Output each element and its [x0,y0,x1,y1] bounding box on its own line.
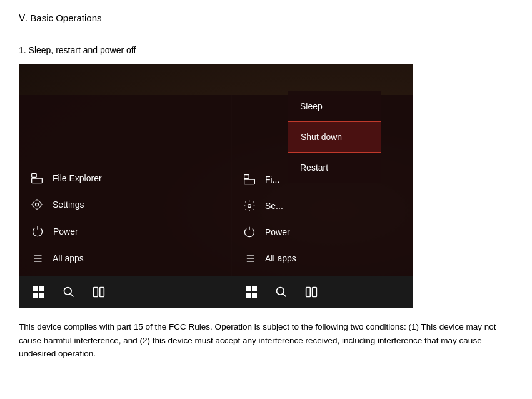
svg-rect-0 [32,174,37,178]
all-apps-label: All apps [53,253,84,263]
menu-item-right-all-apps[interactable]: All apps [231,245,413,271]
svg-rect-29 [252,293,257,298]
svg-rect-19 [39,286,44,291]
svg-point-22 [64,288,72,295]
menu-item-right-power[interactable]: Power [231,219,413,245]
file-explorer-label: File Explorer [53,173,102,183]
svg-rect-9 [244,175,249,179]
right-settings-label: Se... [265,201,283,211]
taskbar-left [19,276,231,308]
taskbar [19,276,413,308]
section-title: Ⅴ. Basic Operations [19,13,513,24]
search-button-right[interactable] [266,276,296,308]
svg-rect-18 [33,286,38,291]
right-power-label: Power [265,227,290,237]
menu-item-settings[interactable]: Settings [19,191,231,218]
menu-item-power[interactable]: Power [19,218,231,245]
windows-start-button-left[interactable] [24,276,54,308]
settings-icon-right [243,199,256,213]
svg-rect-10 [244,179,255,184]
svg-rect-1 [32,178,43,183]
right-all-apps-label: All apps [265,253,296,263]
right-file-label: Fi... [265,174,279,184]
settings-icon [30,198,44,211]
restart-option[interactable]: Restart [288,153,381,183]
power-label: Power [53,226,78,236]
power-submenu: Sleep Shut down Restart [288,91,381,183]
all-apps-icon [30,251,44,265]
windows-start-button-right[interactable] [236,276,266,308]
svg-rect-25 [100,288,104,297]
subsection-title: 1. Sleep, restart and power off [19,45,513,55]
svg-point-30 [277,288,284,295]
svg-rect-32 [306,288,311,297]
screenshot: File Explorer Settings Power [19,64,413,308]
start-menu-left: File Explorer Settings Power [19,95,231,276]
footer-text: This device complies with part 15 of the… [19,320,513,361]
svg-rect-21 [39,293,44,298]
task-view-button-right[interactable] [296,276,326,308]
svg-point-2 [36,203,39,206]
svg-rect-27 [252,286,257,291]
svg-rect-28 [246,293,251,298]
svg-line-23 [71,294,74,297]
svg-rect-24 [94,288,98,297]
menu-item-all-apps[interactable]: All apps [19,245,231,271]
menu-item-file-explorer[interactable]: File Explorer [19,165,231,191]
menu-item-right-settings[interactable]: Se... [231,193,413,219]
svg-rect-26 [246,286,251,291]
file-explorer-icon [30,171,44,185]
sleep-option[interactable]: Sleep [288,91,381,121]
svg-rect-20 [33,293,38,298]
file-explorer-icon-right [243,173,256,186]
search-button-left[interactable] [54,276,84,308]
task-view-button-left[interactable] [84,276,114,308]
all-apps-icon-right [243,251,256,265]
power-icon-right [243,225,256,239]
settings-label: Settings [53,200,84,210]
power-icon [31,225,44,238]
shutdown-option[interactable]: Shut down [288,121,381,153]
taskbar-right [231,276,413,308]
svg-line-31 [283,294,286,297]
svg-point-11 [248,205,251,208]
svg-rect-33 [313,288,317,297]
